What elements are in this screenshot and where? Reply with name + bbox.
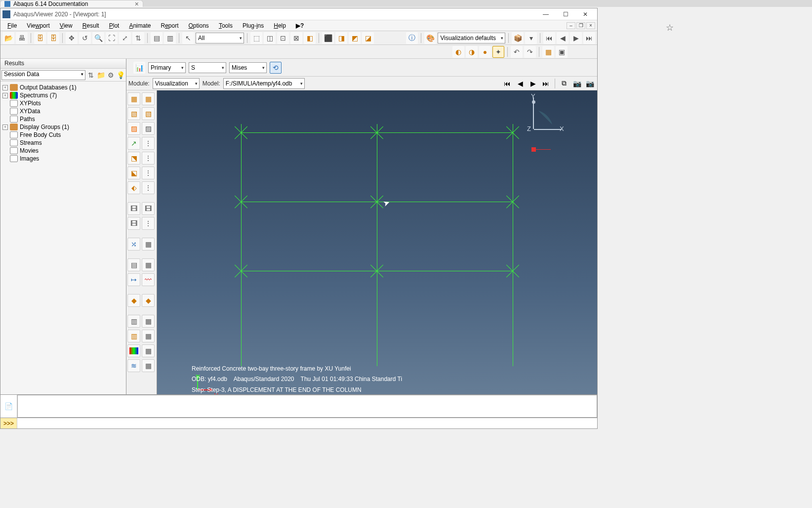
render4-icon[interactable]: ◪ [362, 32, 374, 44]
select-mode5-icon[interactable]: ◧ [304, 32, 316, 44]
tool-material-icon[interactable]: ⬔ [127, 152, 140, 165]
tool-overlay-icon[interactable]: ⬖ [127, 181, 140, 194]
tool-overlay-opt-icon[interactable]: ⋮ [142, 181, 155, 194]
db2-icon[interactable]: 🗄 [47, 32, 59, 44]
layout2-icon[interactable]: ▣ [556, 46, 568, 58]
tree-streams[interactable]: Streams [1, 139, 125, 147]
tool-csys-icon[interactable]: ⤮ [127, 238, 140, 251]
link-viewports-icon[interactable]: ⧉ [559, 78, 569, 89]
fit-icon[interactable]: ⤢ [119, 32, 131, 44]
tool-material-opt-icon[interactable]: ⋮ [142, 152, 155, 165]
view-iso4-icon[interactable]: ✦ [492, 46, 504, 58]
selection-filter-combo[interactable]: All [196, 33, 244, 43]
info-icon[interactable]: ⓘ [406, 32, 418, 44]
anim-first-icon[interactable]: ⏮ [502, 78, 513, 89]
module-combo[interactable]: Visualization [153, 78, 200, 89]
tool-anim1-icon[interactable]: 🎞 [127, 202, 140, 215]
tool-dg4-icon[interactable]: ▦ [142, 330, 155, 342]
menu-options[interactable]: Options [184, 21, 214, 30]
box-icon[interactable]: 📦 [512, 32, 524, 44]
anim-last-icon[interactable]: ⏭ [540, 78, 551, 89]
select-mode3-icon[interactable]: ⊡ [277, 32, 289, 44]
menu-file[interactable]: File [2, 21, 22, 30]
tree-movies[interactable]: Movies [1, 147, 125, 155]
tool-deformed-opt-icon[interactable]: ▧ [142, 107, 155, 120]
layout1-icon[interactable]: ▦ [542, 46, 554, 58]
persp1-icon[interactable]: ▤ [151, 32, 162, 44]
select-mode4-icon[interactable]: ⊠ [290, 32, 302, 44]
tool-dg3-icon[interactable]: ▥ [127, 330, 140, 342]
tree-xyplots[interactable]: XYPlots [1, 99, 125, 107]
tool-anim2-icon[interactable]: 🎞 [142, 202, 155, 215]
tool-symbol-icon[interactable]: ↗ [127, 137, 140, 150]
select-arrow-icon[interactable]: ↖ [182, 32, 194, 44]
menu-report[interactable]: Report [156, 21, 183, 30]
updown-icon[interactable]: ⇅ [86, 71, 95, 80]
cli-prompt-icon[interactable]: >>> [0, 418, 17, 428]
print-icon[interactable]: 🖶 [16, 32, 28, 44]
rotate-icon[interactable]: ↺ [79, 32, 91, 44]
tree-output-databases[interactable]: +Output Databases (1) [1, 84, 125, 91]
redo-icon[interactable]: ↷ [524, 46, 536, 58]
camera1-icon[interactable]: 📷 [571, 78, 582, 89]
tool-csys-opt-icon[interactable]: ▦ [142, 238, 155, 251]
tree-xydata[interactable]: XYData [1, 107, 125, 115]
tab-close-icon[interactable]: × [135, 0, 139, 7]
field-output-icon[interactable]: 📊 [133, 62, 145, 74]
tool-xy3-icon[interactable]: ↦ [127, 273, 140, 286]
tool-cut-opt-icon[interactable]: ▦ [142, 344, 155, 357]
viewport[interactable]: Y X Z ➤ Y [157, 90, 597, 416]
tool-anim3-icon[interactable]: 🎞 [127, 217, 140, 230]
tool-contour-icon[interactable]: ▨ [127, 122, 140, 135]
view-iso1-icon[interactable]: ◐ [452, 46, 464, 58]
camera2-icon[interactable]: 📷 [584, 78, 595, 89]
persp2-icon[interactable]: ▥ [164, 32, 176, 44]
tool-deformed-icon[interactable]: ▧ [127, 107, 140, 120]
model-combo[interactable]: F:/SIMULIA/temp/yf4.odb [223, 78, 305, 89]
message-side-icon[interactable]: 📄 [0, 395, 17, 418]
tree-free-body-cuts[interactable]: Free Body Cuts [1, 131, 125, 139]
tool-undeformed-opt-icon[interactable]: ▦ [142, 92, 155, 105]
menu-animate[interactable]: Animate [124, 21, 156, 30]
first-frame-icon[interactable]: ⏮ [543, 32, 555, 44]
menu-view[interactable]: View [55, 21, 78, 30]
last-frame-icon[interactable]: ⏭ [583, 32, 595, 44]
tool-xy4-icon[interactable]: 〰 [142, 273, 155, 286]
anim-prev-icon[interactable]: ◀ [515, 78, 526, 89]
open-icon[interactable]: 📂 [2, 32, 14, 44]
tool-field2-icon[interactable]: ◆ [142, 294, 155, 307]
variable-combo[interactable]: S [189, 62, 226, 73]
next-frame-icon[interactable]: ▶ [570, 32, 582, 44]
tree-images[interactable]: Images [1, 155, 125, 163]
box-drop-icon[interactable]: ▾ [525, 32, 537, 44]
filter-mini-icon[interactable]: ⚙ [106, 71, 115, 80]
tool-dg1-icon[interactable]: ▥ [127, 315, 140, 328]
tool-undeformed-icon[interactable]: ▦ [127, 92, 140, 105]
tool-anim-opt-icon[interactable]: ⋮ [142, 217, 155, 230]
tool-field-icon[interactable]: ◆ [127, 294, 140, 307]
folder-mini-icon[interactable]: 📁 [96, 71, 105, 80]
position-combo[interactable]: Primary [148, 62, 186, 73]
bookmark-star-icon[interactable]: ☆ [666, 22, 674, 33]
anim-play-icon[interactable]: ▶ [528, 78, 538, 89]
db-icon[interactable]: 🗄 [34, 32, 46, 44]
prev-frame-icon[interactable]: ◀ [557, 32, 568, 44]
view-iso3-icon[interactable]: ● [479, 46, 491, 58]
whats-this-icon[interactable]: ▶? [291, 21, 309, 30]
tool-cut-icon[interactable] [127, 344, 140, 357]
tool-stream-icon[interactable]: ≋ [127, 359, 140, 372]
tool-dg2-icon[interactable]: ▦ [142, 315, 155, 328]
menu-plugins[interactable]: Plug-ins [238, 21, 269, 30]
tool-symbol-opt-icon[interactable]: ⋮ [142, 137, 155, 150]
menu-viewport[interactable]: Viewport [22, 21, 55, 30]
browser-tab[interactable]: Abaqus 6.14 Documentation × [0, 0, 143, 7]
tool-ply-opt-icon[interactable]: ⋮ [142, 167, 155, 179]
tool-stream-opt-icon[interactable]: ▦ [142, 359, 155, 372]
tool-xy1-icon[interactable]: ▤ [127, 258, 140, 271]
maximize-button[interactable]: ☐ [556, 9, 575, 20]
undo-icon[interactable]: ↶ [511, 46, 523, 58]
zoom-icon[interactable]: 🔍 [92, 32, 104, 44]
tree-spectrums[interactable]: +Spectrums (7) [1, 91, 125, 99]
tool-contour-opt-icon[interactable]: ▨ [142, 122, 155, 135]
mdi-close[interactable]: × [586, 22, 595, 29]
